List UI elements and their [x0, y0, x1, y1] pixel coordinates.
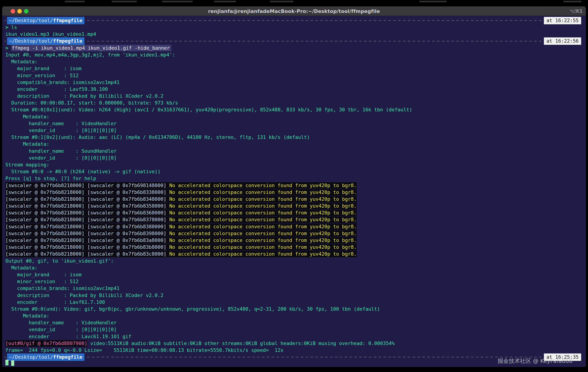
output-text: description : Packed by Bilibili XCoder … — [5, 292, 163, 298]
terminal-line: handler_name : VideoHandler — [5, 120, 586, 127]
terminal-line: handler_name : SoundHandler — [5, 148, 586, 154]
terminal-line: [swscaler @ 0x7fb6b8218000] [swscaler @ … — [5, 189, 586, 196]
output-text: minor_version : 512 — [5, 279, 78, 284]
out-tag-strip: [out#0/gif @ 0x7fb6d8807900] — [5, 340, 87, 347]
terminal-line: Output #0, gif, to 'ikun_video1.gif': — [5, 258, 586, 264]
terminal-line: [swscaler @ 0x7fb6b8218000] [swscaler @ … — [5, 209, 586, 216]
output-text: vendor_id : [0][0][0][0] — [5, 327, 117, 332]
output-text: ikun_video1.mp3 ikun_video1.mp4 — [5, 31, 96, 37]
terminal-line: encoder : Lavf59.30.100 — [5, 86, 586, 93]
prompt-symbol: > — [5, 45, 8, 51]
background-window-fragment — [214, 1, 236, 2]
terminal-line: Stream mapping: — [5, 161, 586, 168]
swscaler-address: [swscaler @ 0x7fb6b8218000] [swscaler @ … — [5, 196, 169, 202]
terminal-line: [swscaler @ 0x7fb6b8218000] [swscaler @ … — [5, 182, 586, 189]
output-text: Stream mapping: — [5, 162, 49, 168]
output-text: Stream #0:0 -> #0:0 (h264 (native) -> gi… — [5, 169, 161, 174]
terminal-line: Stream #0:1[0x2](und): Audio: aac (LC) (… — [5, 134, 586, 141]
swscaler-address: [swscaler @ 0x7fb6b8218000] [swscaler @ … — [5, 203, 169, 209]
swscaler-warning-strip: [swscaler @ 0x7fb6b8218000] [swscaler @ … — [5, 196, 357, 202]
prompt-chevron-icon: › — [4, 38, 7, 45]
swscaler-warning-strip: [swscaler @ 0x7fb6b8218000] [swscaler @ … — [5, 210, 357, 216]
terminal-line: [swscaler @ 0x7fb6b8218000] [swscaler @ … — [5, 223, 586, 230]
terminal-line: >ls — [5, 24, 586, 31]
swscaler-address: [swscaler @ 0x7fb6b8218000] [swscaler @ … — [5, 251, 169, 257]
output-text: compatible_brands: isomiso2avc1mp41 — [5, 80, 120, 85]
warning-text: No accelerated colorspace conversion fou… — [169, 231, 357, 236]
terminal-line: [swscaler @ 0x7fb6b8218000] [swscaler @ … — [5, 216, 586, 223]
warning-text: No accelerated colorspace conversion fou… — [169, 190, 357, 195]
terminal-line: Stream #0:0 -> #0:0 (h264 (native) -> gi… — [5, 168, 586, 175]
prompt-path-badge: ~/Desktop/tool/ffmpegfile — [7, 37, 84, 45]
traffic-lights — [11, 7, 28, 16]
terminal-line: [swscaler @ 0x7fb6b8218000] [swscaler @ … — [5, 230, 586, 237]
terminal-line: Stream #0:0(und): Video: gif, bgr8(pc, g… — [5, 306, 586, 312]
terminal-line: major_brand : isom — [5, 65, 586, 72]
minimize-button[interactable] — [17, 9, 22, 13]
out-tag: [out#0/gif @ 0x7fb6d8807900] — [5, 341, 87, 346]
output-text: Press [q] to stop, [?] for help — [5, 176, 96, 181]
terminal-line: encoder : Lavc61.19.101 gif — [5, 333, 586, 340]
terminal-line: compatible_brands: isomiso2avc1mp41 — [5, 285, 586, 292]
terminal-line: description : Packed by Bilibili XCoder … — [5, 292, 586, 299]
output-text: frame= 244 fps=0.0 q=-0.0 Lsize= 5511KiB… — [5, 347, 283, 353]
output-text: vendor_id : [0][0][0][0] — [5, 155, 117, 161]
terminal-line: Metadata: — [5, 58, 586, 65]
prompt-path-name: ffmpegfile — [53, 38, 83, 44]
terminal-line: Press [q] to stop, [?] for help — [5, 175, 586, 182]
swscaler-warning-strip: [swscaler @ 0x7fb6b8218000] [swscaler @ … — [5, 203, 357, 209]
swscaler-address: [swscaler @ 0x7fb6b8218000] [swscaler @ … — [5, 217, 169, 222]
output-text: Stream #0:0[0x1](und): Video: h264 (High… — [5, 107, 412, 112]
terminal-line: [swscaler @ 0x7fb6b8218000] [swscaler @ … — [5, 202, 586, 209]
prompt-path-prefix: ~/Desktop/tool/ — [9, 18, 53, 23]
zoom-button[interactable] — [24, 9, 28, 13]
output-text: Metadata: — [5, 59, 38, 64]
terminal-line: minor_version : 512 — [5, 278, 586, 285]
warning-text: No accelerated colorspace conversion fou… — [169, 237, 357, 243]
close-button[interactable] — [11, 9, 15, 13]
prompt-path-prefix: ~/Desktop/tool/ — [9, 354, 53, 360]
output-text: encoder : Lavf61.7.100 — [5, 299, 105, 305]
terminal-line: Metadata: — [5, 113, 586, 120]
output-text: compatible_brands: isomiso2avc1mp41 — [5, 285, 120, 291]
terminal-line: Metadata: — [5, 141, 586, 148]
terminal-line: minor_version : 512 — [5, 72, 586, 79]
terminal-line: vendor_id : [0][0][0][0] — [5, 154, 586, 161]
swscaler-warning-strip: [swscaler @ 0x7fb6b8218000] [swscaler @ … — [5, 237, 357, 243]
tab-shortcut-label: ⌥⌘1 — [570, 7, 583, 16]
terminal-line: Metadata: — [5, 312, 586, 319]
background-window-fragment — [65, 1, 85, 2]
dashed-separator — [87, 41, 542, 41]
background-window-fragment — [420, 1, 446, 2]
output-text: handler_name : SoundHandler — [5, 148, 117, 154]
terminal-line: Stream #0:0[0x1](und): Video: h264 (High… — [5, 106, 586, 113]
output-text: minor_version : 512 — [5, 73, 78, 78]
terminal-output[interactable]: ›~/Desktop/tool/ffmpegfileat 16:22:55>ls… — [2, 16, 586, 367]
terminal-window: renjianfa@renjianfadeMacBook-Pro:~/Deskt… — [2, 7, 586, 367]
terminal-line: [swscaler @ 0x7fb6b8218000] [swscaler @ … — [5, 244, 586, 251]
warning-text: No accelerated colorspace conversion fou… — [169, 244, 357, 250]
output-text: major_brand : isom — [5, 272, 82, 277]
output-text: Input #0, mov,mp4,m4a,3gp,3g2,mj2, from … — [5, 52, 175, 58]
watermark: 掘金技术社区 @ KeyFafa888 — [498, 357, 573, 365]
warning-text: No accelerated colorspace conversion fou… — [169, 224, 357, 229]
terminal-cursor — [11, 360, 14, 366]
prompt-symbol: > — [5, 360, 8, 366]
output-text: Duration: 00:00:08.17, start: 0.000000, … — [5, 100, 178, 106]
prompt-path-name: ffmpegfile — [53, 354, 83, 360]
window-titlebar[interactable]: renjianfa@renjianfadeMacBook-Pro:~/Deskt… — [2, 7, 586, 16]
timestamp-badge: at 16:22:55 — [544, 17, 581, 24]
output-text: handler_name : VideoHandler — [5, 121, 117, 126]
swscaler-address: [swscaler @ 0x7fb6b8218000] [swscaler @ … — [5, 224, 169, 229]
prompt-symbol: > — [5, 24, 8, 30]
swscaler-address: [swscaler @ 0x7fb6b8218000] [swscaler @ … — [5, 190, 169, 195]
swscaler-warning-strip: [swscaler @ 0x7fb6b8218000] [swscaler @ … — [5, 244, 357, 250]
terminal-line: ›~/Desktop/tool/ffmpegfileat 16:22:56 — [5, 38, 586, 45]
warning-text: No accelerated colorspace conversion fou… — [169, 203, 357, 209]
prompt-chevron-icon: › — [4, 354, 7, 361]
terminal-line: ›~/Desktop/tool/ffmpegfileat 16:22:55 — [5, 17, 586, 24]
terminal-line: ikun_video1.mp3 ikun_video1.mp4 — [5, 31, 586, 38]
swscaler-address: [swscaler @ 0x7fb6b8218000] [swscaler @ … — [5, 210, 169, 215]
swscaler-warning-strip: [swscaler @ 0x7fb6b8218000] [swscaler @ … — [5, 216, 357, 223]
terminal-line: major_brand : isom — [5, 271, 586, 278]
